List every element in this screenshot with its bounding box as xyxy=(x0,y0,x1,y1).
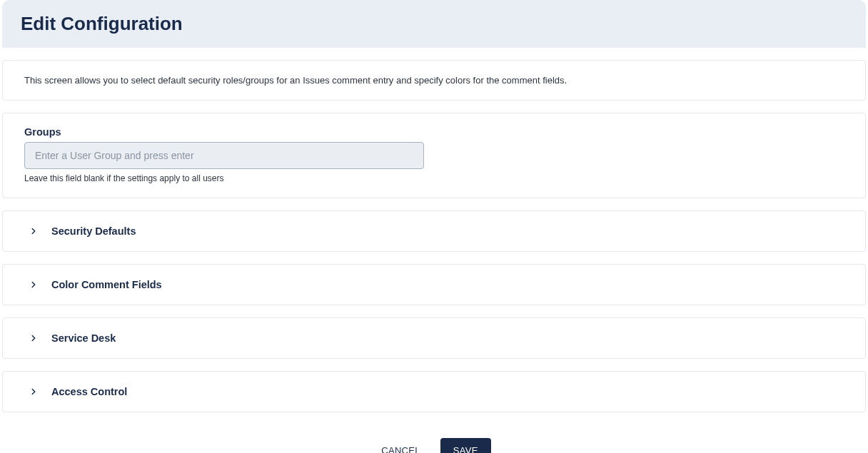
accordion-access-control[interactable]: Access Control xyxy=(2,371,866,412)
groups-label: Groups xyxy=(24,126,844,138)
save-button[interactable]: SAVE xyxy=(440,438,491,453)
chevron-right-icon xyxy=(29,280,39,290)
page-title: Edit Configuration xyxy=(21,13,847,35)
accordion-title: Access Control xyxy=(51,386,127,397)
footer-actions: CANCEL SAVE xyxy=(0,438,868,453)
page-header: Edit Configuration xyxy=(2,0,866,48)
chevron-right-icon xyxy=(29,226,39,236)
accordion-title: Service Desk xyxy=(51,332,116,344)
accordion-security-defaults[interactable]: Security Defaults xyxy=(2,210,866,252)
accordion-title: Security Defaults xyxy=(51,225,136,237)
groups-card: Groups Leave this field blank if the set… xyxy=(2,113,866,198)
chevron-right-icon xyxy=(29,387,39,397)
groups-input[interactable] xyxy=(24,142,424,169)
groups-helper-text: Leave this field blank if the settings a… xyxy=(24,173,844,183)
cancel-button[interactable]: CANCEL xyxy=(377,439,425,453)
description-text: This screen allows you to select default… xyxy=(24,75,844,86)
chevron-right-icon xyxy=(29,333,39,343)
accordion-title: Color Comment Fields xyxy=(51,279,162,290)
accordion-color-comment-fields[interactable]: Color Comment Fields xyxy=(2,264,866,305)
accordion-service-desk[interactable]: Service Desk xyxy=(2,317,866,359)
description-card: This screen allows you to select default… xyxy=(2,60,866,101)
